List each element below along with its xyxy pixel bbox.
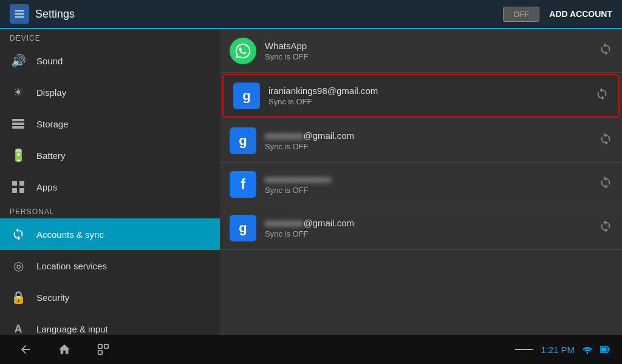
sidebar-label-battery: Battery xyxy=(36,150,66,161)
sidebar-label-security: Security xyxy=(36,292,69,303)
gmail3-name-blurred: ●●●●●●● xyxy=(265,218,303,228)
gmail3-status: Sync is OFF xyxy=(265,229,599,238)
add-account-button[interactable]: ADD ACCOUNT xyxy=(549,9,612,19)
gmail2-name: ●●●●●●●@gmail.com xyxy=(265,130,599,141)
gmail1-info: iraniankings98@gmail.com Sync is OFF xyxy=(268,86,595,106)
gmail1-avatar: g xyxy=(233,83,260,109)
svg-rect-0 xyxy=(12,119,24,121)
security-icon: 🔒 xyxy=(10,289,27,306)
battery-icon xyxy=(600,345,610,354)
svg-rect-11 xyxy=(601,348,607,352)
recents-button[interactable] xyxy=(90,339,117,360)
sidebar-label-location: Location services xyxy=(36,261,107,271)
accounts-content: WhatsApp Sync is OFF g iraniankings98@gm… xyxy=(220,29,622,335)
sidebar-label-display: Display xyxy=(36,87,66,98)
sidebar-label-storage: Storage xyxy=(36,119,69,129)
svg-rect-5 xyxy=(12,188,17,193)
main-layout: DEVICE 🔊 Sound ☀ Display Storage 🔋 Batte… xyxy=(0,29,622,335)
status-bar: 1:21 PM xyxy=(515,345,610,355)
account-row-gmail2[interactable]: g ●●●●●●●@gmail.com Sync is OFF xyxy=(220,119,622,163)
gmail1-status: Sync is OFF xyxy=(268,97,595,106)
whatsapp-status: Sync is OFF xyxy=(265,52,599,61)
personal-section-label: PERSONAL xyxy=(0,203,220,218)
sidebar-label-language: Language & input xyxy=(36,324,108,334)
facebook-sync-icon xyxy=(599,176,612,193)
account-row-whatsapp[interactable]: WhatsApp Sync is OFF xyxy=(220,29,622,73)
sound-icon: 🔊 xyxy=(10,52,27,69)
back-button[interactable] xyxy=(12,339,39,360)
gmail2-name-blurred: ●●●●●●● xyxy=(265,130,303,141)
sidebar-item-language[interactable]: A Language & input xyxy=(0,313,220,335)
sidebar-item-battery[interactable]: 🔋 Battery xyxy=(0,140,220,171)
gmail3-sync-icon xyxy=(599,220,612,237)
gmail1-name: iraniankings98@gmail.com xyxy=(268,86,595,96)
facebook-name-blurred: ●●●●●●●●●●●● xyxy=(265,174,331,184)
whatsapp-info: WhatsApp Sync is OFF xyxy=(265,41,599,61)
time-display: 1:21 PM xyxy=(541,345,575,355)
gmail1-sync-icon xyxy=(595,87,609,104)
gmail2-sync-icon xyxy=(599,132,612,149)
facebook-info: ●●●●●●●●●●●● Sync is OFF xyxy=(265,174,599,195)
sidebar-label-apps: Apps xyxy=(36,182,57,192)
whatsapp-name: WhatsApp xyxy=(265,41,599,51)
sync-toggle[interactable]: OFF xyxy=(503,7,539,22)
location-icon: ◎ xyxy=(10,257,27,274)
facebook-status: Sync is OFF xyxy=(265,186,599,195)
sidebar-item-storage[interactable]: Storage xyxy=(0,108,220,140)
account-row-facebook[interactable]: f ●●●●●●●●●●●● Sync is OFF xyxy=(220,163,622,206)
gmail2-info: ●●●●●●●@gmail.com Sync is OFF xyxy=(265,130,599,151)
wifi-icon xyxy=(582,345,593,354)
svg-rect-2 xyxy=(12,126,24,129)
page-title: Settings xyxy=(35,8,503,21)
display-icon: ☀ xyxy=(10,84,27,101)
whatsapp-avatar xyxy=(230,38,256,64)
facebook-avatar: f xyxy=(230,171,256,198)
svg-rect-4 xyxy=(19,181,24,186)
gmail2-name-suffix: @gmail.com xyxy=(303,130,354,141)
accounts-sync-icon xyxy=(10,226,27,243)
svg-rect-6 xyxy=(19,188,24,193)
gmail3-info: ●●●●●●●@gmail.com Sync is OFF xyxy=(265,218,599,238)
svg-rect-9 xyxy=(98,351,102,354)
gmail2-status: Sync is OFF xyxy=(265,142,599,151)
language-icon: A xyxy=(10,320,27,335)
sidebar-item-display[interactable]: ☀ Display xyxy=(0,76,220,108)
facebook-name: ●●●●●●●●●●●● xyxy=(265,174,599,184)
svg-rect-3 xyxy=(12,181,17,186)
sidebar-item-sound[interactable]: 🔊 Sound xyxy=(0,45,220,76)
device-section-label: DEVICE xyxy=(0,29,220,45)
svg-rect-8 xyxy=(104,345,108,348)
bottom-bar: 1:21 PM xyxy=(0,335,622,364)
sidebar-item-location[interactable]: ◎ Location services xyxy=(0,250,220,281)
apps-icon xyxy=(10,178,27,195)
sidebar-item-accounts[interactable]: Accounts & sync xyxy=(0,218,220,250)
whatsapp-sync-icon xyxy=(599,42,612,59)
gmail3-name-suffix: @gmail.com xyxy=(303,218,354,228)
storage-icon xyxy=(10,115,27,132)
battery-icon: 🔋 xyxy=(10,147,27,164)
sidebar: DEVICE 🔊 Sound ☀ Display Storage 🔋 Batte… xyxy=(0,29,220,335)
svg-rect-12 xyxy=(609,348,610,351)
sidebar-item-apps[interactable]: Apps xyxy=(0,171,220,203)
svg-rect-1 xyxy=(12,123,24,125)
sidebar-label-sound: Sound xyxy=(36,56,63,66)
account-row-gmail3[interactable]: g ●●●●●●●@gmail.com Sync is OFF xyxy=(220,206,622,250)
gmail3-avatar: g xyxy=(230,215,256,241)
gmail2-avatar: g xyxy=(230,127,256,154)
account-row-gmail1[interactable]: g iraniankings98@gmail.com Sync is OFF xyxy=(222,74,620,118)
sidebar-item-security[interactable]: 🔒 Security xyxy=(0,281,220,313)
top-bar: Settings OFF ADD ACCOUNT xyxy=(0,0,622,29)
home-button[interactable] xyxy=(51,339,78,360)
gmail3-name: ●●●●●●●@gmail.com xyxy=(265,218,599,228)
settings-icon xyxy=(10,4,29,24)
sidebar-label-accounts: Accounts & sync xyxy=(36,229,104,240)
svg-rect-7 xyxy=(98,345,102,348)
